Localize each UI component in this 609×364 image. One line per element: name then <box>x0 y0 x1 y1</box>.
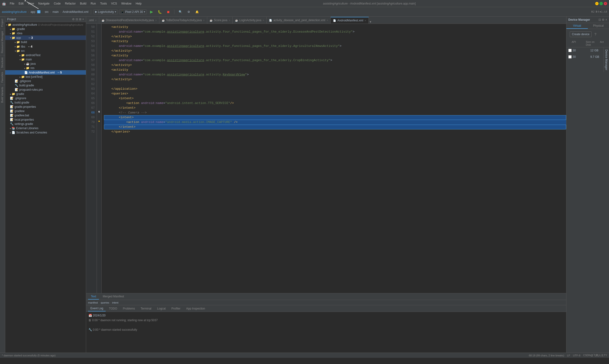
stop-button[interactable]: ⏹ <box>165 9 172 14</box>
bottom-tab-terminal[interactable]: Terminal <box>138 306 154 311</box>
tree-root[interactable]: ▾ 📁 assistingAgriculture D:\AndroidProje… <box>5 23 86 27</box>
menu-window[interactable]: Window <box>119 1 133 6</box>
device-row-1[interactable]: 30 9.7 GB <box>566 54 609 60</box>
device-tab-virtual[interactable]: Virtual <box>566 23 588 29</box>
tree-build-gradle-root[interactable]: 🔧 build.gradle <box>5 100 86 105</box>
tab-disease[interactable]: ☕ DiseaseAndPestDetectionActivity.java × <box>99 17 159 24</box>
tree-src[interactable]: ▾ 📁 src <box>5 49 86 53</box>
code-tab-merged[interactable]: Merged Manifest <box>100 294 127 299</box>
tab-disease-close[interactable]: × <box>155 19 157 22</box>
device-checkbox-0[interactable] <box>568 49 572 52</box>
tab-score-close[interactable]: × <box>229 19 230 22</box>
code-lines[interactable]: <activity android:name="com.example.assi… <box>102 24 566 293</box>
menu-help[interactable]: Help <box>134 1 143 6</box>
search-everywhere-icon[interactable]: 🔍 <box>177 10 184 14</box>
device-checkbox-1[interactable] <box>568 55 572 59</box>
tree-external-libs[interactable]: ▸ 📚 External Libraries <box>5 126 86 130</box>
device-manager-side-label[interactable]: Device Manager <box>604 48 609 72</box>
tree-test[interactable]: ▸ 📁 test [unitTest] <box>5 75 86 79</box>
code-tab-text[interactable]: Text <box>88 294 99 299</box>
tree-gradle-properties[interactable]: 📝 gradle.properties <box>5 105 86 109</box>
device-selector[interactable]: 📱 Pixel 2 API 30 ▾ <box>119 10 147 14</box>
tree-gradlew-bat[interactable]: 📝 gradlew.bat <box>5 113 86 117</box>
notifications-icon[interactable]: 🔔 <box>194 10 201 14</box>
tree-idea[interactable]: ▸ 📁 .idea <box>5 31 86 36</box>
breadcrumb-intent[interactable]: intent <box>112 301 118 304</box>
tree-gitignore-root[interactable]: 📝 .gitignore <box>5 96 86 100</box>
settings-icon[interactable]: ⚙ <box>186 10 192 14</box>
menu-vcs[interactable]: VCS <box>109 1 119 6</box>
bottom-tab-appinspection[interactable]: App Inspection <box>184 306 207 311</box>
device-help-icon[interactable]: ? <box>595 32 596 36</box>
tree-androidtest[interactable]: ▸ 📁 androidTest <box>5 53 86 57</box>
toolbar-project-name[interactable]: assistingAgriculture <box>2 10 27 13</box>
tree-libs[interactable]: ▸ 📁 libs ←4 <box>5 44 86 49</box>
tab-tobedone-close[interactable]: × <box>203 19 205 22</box>
bottom-tab-todo[interactable]: TODO <box>107 306 119 311</box>
device-manager-close-icon[interactable]: × <box>605 18 607 21</box>
tab-score[interactable]: ☕ Score.java × <box>207 17 233 24</box>
project-sidebar-label[interactable]: Project <box>0 17 5 29</box>
resource-manager-label[interactable]: Resource Manager <box>0 29 5 55</box>
structure-label[interactable]: Structure <box>0 55 5 70</box>
tree-gradle[interactable]: ▸ 📁 .gradle <box>5 27 86 31</box>
menu-edit[interactable]: Edit <box>17 1 26 6</box>
favorites-label[interactable]: Favorites <box>0 70 5 84</box>
breadcrumb-queries[interactable]: queries <box>101 301 109 304</box>
menu-run[interactable]: Run <box>89 1 98 6</box>
tab-tobedone[interactable]: ☕ ToBeDoneTodayActivity.java × <box>159 17 207 24</box>
tab-overflow[interactable]: ▾ <box>370 20 371 24</box>
menu-code[interactable]: Code <box>52 1 63 6</box>
tab-xml-close[interactable]: × <box>95 19 97 22</box>
build-variants-label[interactable]: Build Variants <box>0 85 5 105</box>
device-row-0[interactable]: 30 12 GB <box>566 47 609 54</box>
tab-manifest-close[interactable]: × <box>365 19 366 22</box>
device-manager-settings-icon[interactable]: ⚙ <box>602 18 605 21</box>
tab-activity-xml[interactable]: 📄 activity_disease_and_pest_detection.xm… <box>267 17 331 24</box>
project-gear-icon[interactable]: ⚙ <box>72 18 75 21</box>
tree-gitignore-app[interactable]: 📝 .gitignore <box>5 79 86 83</box>
tree-main[interactable]: ▾ 📁 main <box>5 57 86 62</box>
tree-gradle-root[interactable]: ▸ 📁 gradle <box>5 92 86 96</box>
tab-login-close[interactable]: × <box>263 19 264 22</box>
code-editor[interactable]: 50 51 52 53 54 55 56 57 58 59 60 61 62 6… <box>86 24 566 293</box>
menu-view[interactable]: View <box>26 1 36 6</box>
tree-app[interactable]: ▾ 📁 app ←3 <box>5 36 86 40</box>
close-button[interactable]: × <box>604 2 607 5</box>
menu-file[interactable]: File <box>8 1 16 6</box>
tab-activity-xml-close[interactable]: × <box>327 19 328 22</box>
breadcrumb-manifest[interactable]: manifest <box>88 301 98 304</box>
minimize-button[interactable]: − <box>595 2 598 5</box>
tab-manifest[interactable]: 📄 AndroidManifest.xml × <box>331 17 369 24</box>
run-config-selector[interactable]: ▶ LoginActivity ▾ <box>93 10 118 14</box>
tree-local-properties[interactable]: 📝 local.properties <box>5 117 86 122</box>
project-expand-icon[interactable]: ⊞ <box>79 18 81 21</box>
menu-tools[interactable]: Tools <box>98 1 109 6</box>
tab-login[interactable]: ☕ LoginActivity.java × <box>233 17 267 24</box>
tree-java[interactable]: ▸ ☕ java <box>5 62 86 66</box>
run-button[interactable]: ▶ <box>148 9 155 15</box>
bottom-tab-eventlog[interactable]: Event Log <box>88 306 106 312</box>
menu-navigate[interactable]: Navigate <box>36 1 52 6</box>
menu-refactor[interactable]: Refactor <box>63 1 78 6</box>
bottom-tab-problems[interactable]: Problems <box>121 306 138 311</box>
tree-androidmanifest[interactable]: 📄 AndroidManifest.xml ←5 <box>5 70 86 75</box>
create-device-button[interactable]: Create device <box>570 31 592 37</box>
tab-xml[interactable]: .xml × <box>86 17 99 24</box>
bottom-tab-profiler[interactable]: Profiler <box>169 306 183 311</box>
tree-proguard[interactable]: 📝 proguard-rules.pro <box>5 88 86 92</box>
bottom-tab-logcat[interactable]: Logcat <box>155 306 168 311</box>
menu-build[interactable]: Build <box>78 1 88 6</box>
tree-build[interactable]: ▸ 📁 build <box>5 40 86 44</box>
device-tab-physical[interactable]: Physical <box>588 23 609 29</box>
tree-gradlew[interactable]: 📝 gradlew <box>5 109 86 113</box>
maximize-button[interactable]: □ <box>599 2 603 5</box>
project-close-icon[interactable]: × <box>82 18 84 21</box>
tree-build-gradle[interactable]: 🔧 build.gradle <box>5 83 86 88</box>
debug-button[interactable]: 🐛 <box>156 9 164 14</box>
project-collapse-icon[interactable]: ⊟ <box>76 18 78 21</box>
tree-res[interactable]: ▸ 📁 res <box>5 66 86 70</box>
device-manager-new-window-icon[interactable]: ⊡ <box>598 18 601 21</box>
tree-settings-gradle[interactable]: 🔧 settings.gradle <box>5 122 86 126</box>
tree-scratches[interactable]: ▸ 📄 Scratches and Consoles <box>5 130 86 135</box>
